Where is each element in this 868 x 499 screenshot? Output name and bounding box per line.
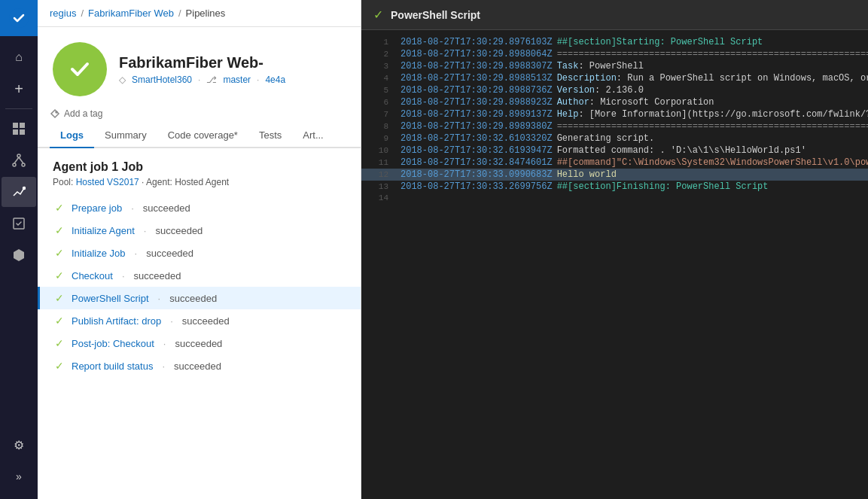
- breadcrumb-project[interactable]: FabrikamFiber Web: [88, 8, 174, 19]
- tab-artifacts[interactable]: Art...: [292, 123, 333, 148]
- task-name: Initialize Agent: [72, 225, 135, 236]
- pool-name[interactable]: Hosted VS2017: [76, 177, 139, 187]
- job-title: Agent job 1 Job: [53, 160, 346, 174]
- app-logo[interactable]: [0, 0, 38, 36]
- settings-icon[interactable]: ⚙: [2, 430, 36, 460]
- log-text: ##[section]Starting: PowerShell Script: [557, 37, 763, 47]
- pipelines-icon[interactable]: [2, 177, 36, 207]
- log-timestamp: 2018-08-27T17:30:33.2699756Z: [400, 181, 553, 192]
- job-section: Agent job 1 Job Pool: Hosted VS2017 · Ag…: [38, 148, 361, 193]
- task-name: Checkout: [72, 270, 113, 281]
- home-icon[interactable]: ⌂: [2, 42, 36, 72]
- log-timestamp: 2018-08-27T17:30:29.8988064Z: [400, 49, 553, 59]
- task-item[interactable]: ✓ Prepare job · succeeded: [38, 196, 361, 219]
- svg-point-10: [23, 187, 26, 190]
- log-timestamp: 2018-08-27T17:30:32.6193947Z: [400, 145, 553, 156]
- testplans-icon[interactable]: [2, 208, 36, 239]
- line-number: 8: [367, 122, 388, 131]
- log-timestamp: 2018-08-27T17:30:29.8989380Z: [400, 121, 553, 132]
- log-line: 32018-08-27T17:30:29.8988307ZTask : Powe…: [361, 60, 868, 72]
- expand-icon[interactable]: »: [2, 461, 36, 491]
- tab-code-coverage[interactable]: Code coverage*: [157, 123, 248, 148]
- task-status: succeeded: [134, 270, 181, 281]
- task-item[interactable]: ✓ Post-job: Checkout · succeeded: [38, 332, 361, 354]
- build-meta: ◇ SmartHotel360 · ⎇ master · 4e4a: [119, 75, 285, 85]
- task-check-icon: ✓: [55, 315, 64, 327]
- task-dot: ·: [170, 315, 173, 327]
- svg-marker-12: [14, 249, 24, 261]
- task-name: Publish Artifact: drop: [72, 315, 161, 327]
- tab-tests[interactable]: Tests: [248, 123, 292, 148]
- task-check-icon: ✓: [55, 269, 64, 281]
- log-line: 112018-08-27T17:30:32.8474601Z##[command…: [361, 157, 868, 169]
- task-check-icon: ✓: [55, 224, 64, 236]
- tab-summary[interactable]: Summary: [94, 123, 157, 148]
- task-item[interactable]: ✓ PowerShell Script · succeeded: [38, 287, 361, 309]
- log-timestamp: 2018-08-27T17:30:29.8988923Z: [400, 97, 553, 108]
- task-name: Initialize Job: [72, 248, 126, 259]
- left-panel: regius / FabrikamFiber Web / Pipelines F…: [38, 0, 361, 499]
- line-number: 2: [367, 50, 388, 59]
- task-status: succeeded: [182, 315, 230, 327]
- boards-icon[interactable]: [2, 114, 36, 144]
- task-dot: ·: [122, 270, 125, 281]
- log-timestamp: 2018-08-27T17:30:29.8988307Z: [400, 61, 553, 72]
- build-commit[interactable]: 4e4a: [265, 75, 285, 85]
- task-item[interactable]: ✓ Initialize Agent · succeeded: [38, 219, 361, 242]
- log-text: ##[section]Finishing: PowerShell Script: [557, 181, 769, 192]
- line-number: 11: [367, 158, 388, 167]
- add-tag-button[interactable]: Add a tag: [38, 104, 361, 123]
- tab-logs[interactable]: Logs: [50, 123, 94, 148]
- build-source[interactable]: SmartHotel360: [132, 75, 192, 85]
- log-line: 102018-08-27T17:30:32.6193947ZFormatted …: [361, 145, 868, 157]
- svg-rect-4: [20, 129, 25, 135]
- log-value: : 2.136.0: [595, 85, 644, 96]
- task-status: succeeded: [146, 248, 193, 259]
- log-timestamp: 2018-08-27T17:30:29.8976103Z: [400, 37, 553, 47]
- icon-bar: ⌂ + ⚙ »: [0, 0, 38, 499]
- log-text: Hello world: [557, 169, 617, 180]
- log-value: : Microsoft Corporation: [589, 97, 714, 108]
- terminal-check-icon: ✓: [373, 8, 383, 22]
- line-number: 1: [367, 38, 388, 47]
- log-value: : PowerShell: [578, 61, 643, 72]
- task-list: ✓ Prepare job · succeeded ✓ Initialize A…: [38, 193, 361, 380]
- log-text: ========================================…: [557, 49, 868, 59]
- line-number: 4: [367, 74, 388, 83]
- svg-rect-2: [20, 123, 25, 128]
- task-item[interactable]: ✓ Initialize Job · succeeded: [38, 242, 361, 264]
- task-check-icon: ✓: [55, 202, 64, 214]
- log-line: 42018-08-27T17:30:29.8988513ZDescription…: [361, 72, 868, 84]
- log-key: Author: [557, 97, 589, 108]
- task-item[interactable]: ✓ Publish Artifact: drop · succeeded: [38, 309, 361, 332]
- log-text: ##[command]"C:\Windows\System32\WindowsP…: [557, 157, 868, 168]
- task-name: Prepare job: [72, 202, 122, 214]
- build-branch[interactable]: master: [223, 75, 251, 85]
- terminal-body[interactable]: 12018-08-27T17:30:29.8976103Z##[section]…: [361, 30, 868, 499]
- log-value: : [More Information](https://go.microsof…: [578, 109, 868, 120]
- plus-icon[interactable]: +: [2, 74, 36, 104]
- task-status: succeeded: [143, 202, 190, 214]
- task-dot: ·: [131, 202, 134, 214]
- build-info: FabrikamFiber Web- ◇ SmartHotel360 · ⎇ m…: [119, 54, 285, 85]
- add-tag-label: Add a tag: [64, 108, 102, 119]
- task-status: succeeded: [175, 338, 222, 349]
- breadcrumb-org[interactable]: regius: [50, 8, 76, 19]
- svg-point-0: [9, 8, 29, 28]
- breadcrumb-section: Pipelines: [186, 8, 226, 19]
- log-line: 52018-08-27T17:30:29.8988736ZVersion : 2…: [361, 84, 868, 96]
- svg-point-5: [17, 154, 20, 157]
- log-timestamp: 2018-08-27T17:30:29.8988513Z: [400, 73, 553, 84]
- task-dot: ·: [144, 225, 147, 236]
- task-status: succeeded: [174, 361, 221, 372]
- build-title: FabrikamFiber Web-: [119, 54, 285, 72]
- repos-icon[interactable]: [2, 145, 36, 175]
- svg-point-6: [13, 163, 16, 166]
- tabs: Logs Summary Code coverage* Tests Art...: [38, 123, 361, 148]
- task-item[interactable]: ✓ Report build status · succeeded: [38, 354, 361, 377]
- log-line: 122018-08-27T17:30:33.0990683ZHello worl…: [361, 169, 868, 181]
- artifacts-icon[interactable]: [2, 240, 36, 270]
- log-line: 22018-08-27T17:30:29.8988064Z===========…: [361, 48, 868, 60]
- right-panel: ✓ PowerShell Script 12018-08-27T17:30:29…: [361, 0, 868, 499]
- task-item[interactable]: ✓ Checkout · succeeded: [38, 264, 361, 287]
